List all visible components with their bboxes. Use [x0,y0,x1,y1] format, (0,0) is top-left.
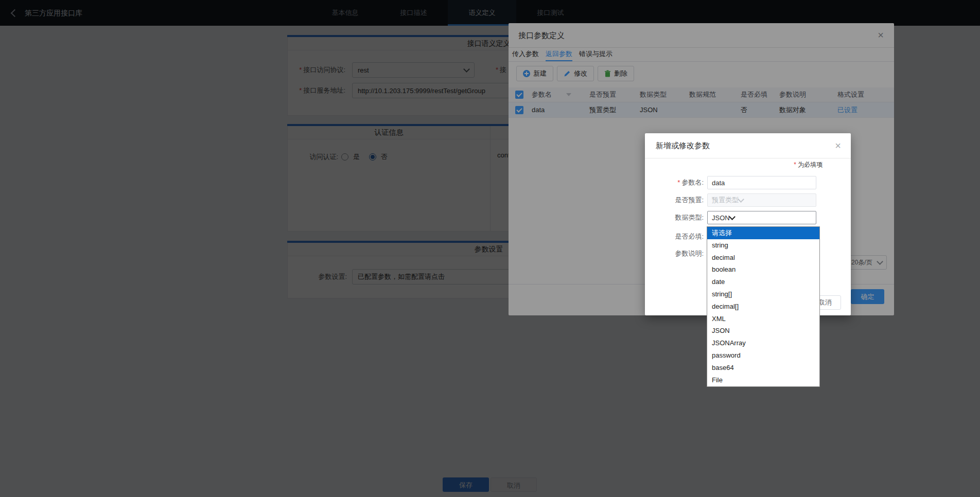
required-note: *为必填项 [794,161,822,169]
is-preset-select: 预置类型 [707,193,816,207]
dropdown-option[interactable]: decimal [707,252,819,264]
dropdown-option[interactable]: decimal[] [707,300,819,313]
data-type-value: JSON [712,214,730,222]
required-asterisk: * [794,161,796,168]
param-name-value: data [712,179,725,187]
dropdown-option[interactable]: JSONArray [707,337,819,349]
is-preset-label: 是否预置: [645,193,704,207]
data-type-label: 数据类型: [645,211,704,224]
is-required-label: 是否必填: [645,230,704,243]
dropdown-option[interactable]: 请选择 [707,227,819,239]
dropdown-option[interactable]: password [707,349,819,362]
dropdown-option[interactable]: JSON [707,325,819,337]
is-preset-value: 预置类型 [712,196,739,205]
param-desc-label: 参数说明: [645,247,704,260]
dialog-header: 新增或修改参数 × [645,133,851,158]
close-icon[interactable]: × [832,139,844,152]
dropdown-option[interactable]: base64 [707,362,819,374]
dropdown-option[interactable]: string [707,239,819,252]
screen: 第三方应用接口库 基本信息 接口描述 语义定义 接口测试 接口语义定义 *接口访… [0,0,980,497]
required-asterisk: * [677,179,680,186]
param-name-label: *参数名: [645,176,704,189]
dropdown-option[interactable]: boolean [707,263,819,276]
data-type-select[interactable]: JSON [707,211,816,224]
chevron-down-icon [738,196,744,203]
param-name-input[interactable]: data [707,176,816,189]
chevron-down-icon [729,214,736,220]
dropdown-option[interactable]: date [707,276,819,288]
dialog-title: 新增或修改参数 [656,133,710,158]
dropdown-option[interactable]: File [707,374,819,386]
dropdown-option[interactable]: XML [707,313,819,325]
dropdown-option[interactable]: string[] [707,288,819,300]
data-type-dropdown: 请选择 string decimal boolean date string[]… [707,226,820,387]
